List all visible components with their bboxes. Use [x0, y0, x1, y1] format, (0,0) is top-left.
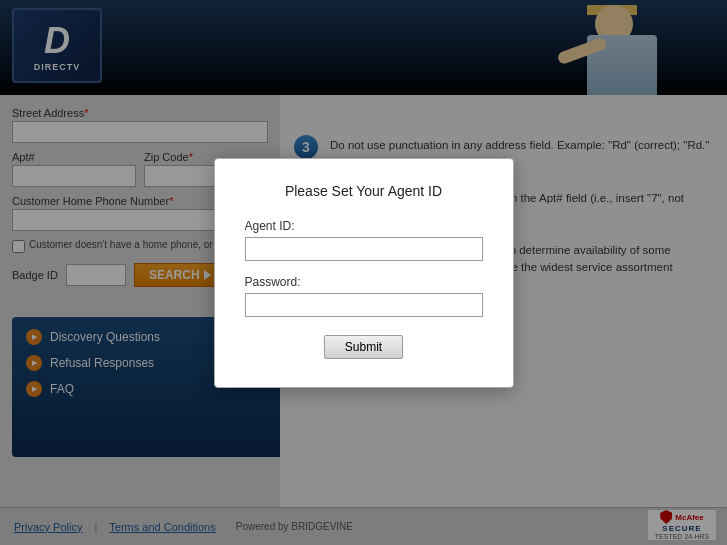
modal-submit-row: Submit	[245, 335, 483, 359]
password-label: Password:	[245, 275, 483, 289]
agent-id-field: Agent ID:	[245, 219, 483, 261]
modal-title: Please Set Your Agent ID	[245, 183, 483, 199]
modal-dialog: Please Set Your Agent ID Agent ID: Passw…	[214, 158, 514, 388]
password-field: Password:	[245, 275, 483, 317]
password-input[interactable]	[245, 293, 483, 317]
submit-button[interactable]: Submit	[324, 335, 403, 359]
agent-id-label: Agent ID:	[245, 219, 483, 233]
modal-overlay: Please Set Your Agent ID Agent ID: Passw…	[0, 0, 727, 545]
agent-id-input[interactable]	[245, 237, 483, 261]
